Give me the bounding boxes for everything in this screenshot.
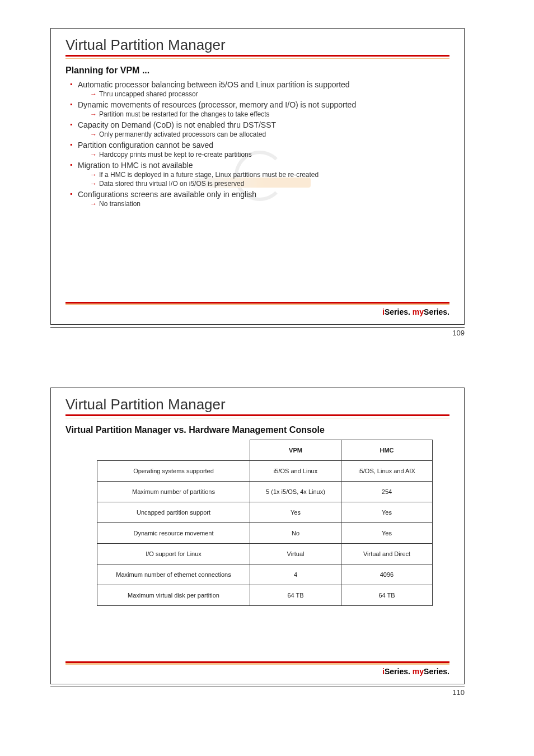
title-rule-orange — [65, 58, 449, 59]
table-cell: Virtual — [250, 544, 341, 564]
sub-bullet-list: →Partition must be restarted for the cha… — [78, 110, 449, 118]
table-cell: Yes — [341, 523, 433, 544]
table-row: I/O support for LinuxVirtualVirtual and … — [97, 544, 433, 564]
arrow-icon: → — [90, 90, 99, 98]
sub-bullet-item: →Partition must be restarted for the cha… — [90, 110, 449, 118]
page-number: 109 — [50, 327, 465, 337]
table-row: Maximum number of partitions5 (1x i5/OS,… — [97, 482, 433, 502]
table-row: Dynamic resource movementNoYes — [97, 523, 433, 544]
slide-footer: iSeries. mySeries. — [65, 302, 449, 316]
sub-bullet-list: →If a HMC is deployed in a future stage,… — [78, 171, 449, 188]
table-cell: No — [250, 523, 341, 544]
table-row-label: Operating systems supported — [97, 461, 250, 482]
table-cell: Yes — [250, 502, 341, 523]
sub-bullet-text: No translation — [99, 200, 140, 208]
arrow-icon: → — [90, 200, 99, 208]
table-cell: Yes — [341, 502, 433, 523]
table-cell: 5 (1x i5/OS, 4x Linux) — [250, 482, 341, 502]
page-2: Virtual Partition Manager Virtual Partit… — [0, 343, 534, 702]
table-row: Uncapped partition supportYesYes — [97, 502, 433, 523]
sub-bullet-text: Hardcopy prints must be kept to re-creat… — [99, 151, 252, 158]
bullet-item: Configurations screens are available onl… — [78, 190, 449, 208]
arrow-icon: → — [90, 180, 99, 188]
slide-title: Virtual Partition Manager — [65, 36, 449, 54]
table-row: Maximum virtual disk per partition64 TB6… — [97, 585, 433, 606]
table-row-label: Maximum virtual disk per partition — [97, 585, 250, 606]
table-header-blank — [97, 440, 250, 461]
table-cell: Virtual and Direct — [341, 544, 433, 564]
sub-bullet-list: →Hardcopy prints must be kept to re-crea… — [78, 151, 449, 158]
sub-bullet-list: →Only permanently activated processors c… — [78, 130, 449, 138]
bullet-text: Automatic processor balancing between i5… — [78, 80, 350, 89]
table-row-label: I/O support for Linux — [97, 544, 250, 564]
arrow-icon: → — [90, 130, 99, 138]
title-rule-red — [65, 55, 449, 57]
footer-rule-orange — [65, 304, 449, 305]
table-row-label: Maximum number of partitions — [97, 482, 250, 502]
branding-text: iSeries. mySeries. — [65, 667, 449, 676]
slide-title: Virtual Partition Manager — [65, 396, 449, 413]
page-1: Virtual Partition Manager Planning for V… — [0, 0, 534, 343]
brand-series1: Series. — [385, 667, 413, 676]
bullet-text: Dynamic movements of resources (processo… — [78, 100, 356, 109]
table-cell: i5/OS and Linux — [250, 461, 341, 482]
slide-subtitle: Planning for VPM ... — [65, 66, 449, 76]
sub-bullet-list: →No translation — [78, 200, 449, 208]
sub-bullet-item: →Only permanently activated processors c… — [90, 130, 449, 138]
table-cell: 64 TB — [250, 585, 341, 606]
table-cell: i5/OS, Linux and AIX — [341, 461, 433, 482]
sub-bullet-item: →If a HMC is deployed in a future stage,… — [90, 171, 449, 179]
table-row-label: Uncapped partition support — [97, 502, 250, 523]
sub-bullet-item: →Data stored thru virtual I/O on i5/OS i… — [90, 180, 449, 188]
comparison-table: VPMHMCOperating systems supportedi5/OS a… — [97, 440, 433, 606]
brand-series2: Series. — [424, 667, 449, 676]
bullet-item: Capacity on Demand (CoD) is not enabled … — [78, 120, 449, 138]
slide-2: Virtual Partition Manager Virtual Partit… — [50, 388, 465, 684]
slide-1: Virtual Partition Manager Planning for V… — [50, 28, 465, 325]
table-row: Operating systems supportedi5/OS and Lin… — [97, 461, 433, 482]
brand-my: my — [413, 307, 424, 316]
sub-bullet-text: Thru uncapped shared processor — [99, 90, 198, 98]
table-header: HMC — [341, 440, 433, 461]
bullet-text: Migration to HMC is not available — [78, 161, 193, 170]
brand-series1: Series. — [385, 307, 413, 316]
sub-bullet-text: If a HMC is deployed in a future stage, … — [99, 171, 318, 179]
slide-subtitle: Virtual Partition Manager vs. Hardware M… — [65, 425, 449, 435]
bullet-list: Automatic processor balancing between i5… — [65, 80, 449, 208]
sub-bullet-text: Partition must be restarted for the chan… — [99, 110, 270, 118]
title-rule-orange — [65, 418, 449, 418]
sub-bullet-item: →Hardcopy prints must be kept to re-crea… — [90, 151, 449, 158]
table-cell: 254 — [341, 482, 433, 502]
slide-footer: iSeries. mySeries. — [65, 661, 449, 676]
sub-bullet-text: Data stored thru virtual I/O on i5/OS is… — [99, 180, 244, 188]
bullet-item: Migration to HMC is not available→If a H… — [78, 161, 449, 188]
brand-my: my — [413, 667, 424, 676]
arrow-icon: → — [90, 110, 99, 118]
arrow-icon: → — [90, 171, 99, 179]
bullet-item: Automatic processor balancing between i5… — [78, 80, 449, 98]
bullet-item: Dynamic movements of resources (processo… — [78, 100, 449, 118]
footer-rule-orange — [65, 663, 449, 665]
table-cell: 4 — [250, 564, 341, 585]
arrow-icon: → — [90, 151, 99, 158]
table-cell: 4096 — [341, 564, 433, 585]
page-number: 110 — [50, 687, 465, 697]
table-row-label: Dynamic resource movement — [97, 523, 250, 544]
table-row-label: Maximum number of ethernet connections — [97, 564, 250, 585]
bullet-text: Configurations screens are available onl… — [78, 190, 256, 199]
table-row: Maximum number of ethernet connections44… — [97, 564, 433, 585]
sub-bullet-item: →No translation — [90, 200, 449, 208]
title-rule-red — [65, 414, 449, 416]
bullet-text: Partition configuration cannot be saved — [78, 141, 213, 150]
table-cell: 64 TB — [341, 585, 433, 606]
sub-bullet-list: →Thru uncapped shared processor — [78, 90, 449, 98]
bullet-text: Capacity on Demand (CoD) is not enabled … — [78, 120, 276, 129]
branding-text: iSeries. mySeries. — [65, 307, 449, 316]
sub-bullet-item: →Thru uncapped shared processor — [90, 90, 449, 98]
brand-series2: Series. — [424, 307, 449, 316]
bullet-item: Partition configuration cannot be saved→… — [78, 141, 449, 158]
sub-bullet-text: Only permanently activated processors ca… — [99, 130, 266, 138]
table-header: VPM — [250, 440, 341, 461]
